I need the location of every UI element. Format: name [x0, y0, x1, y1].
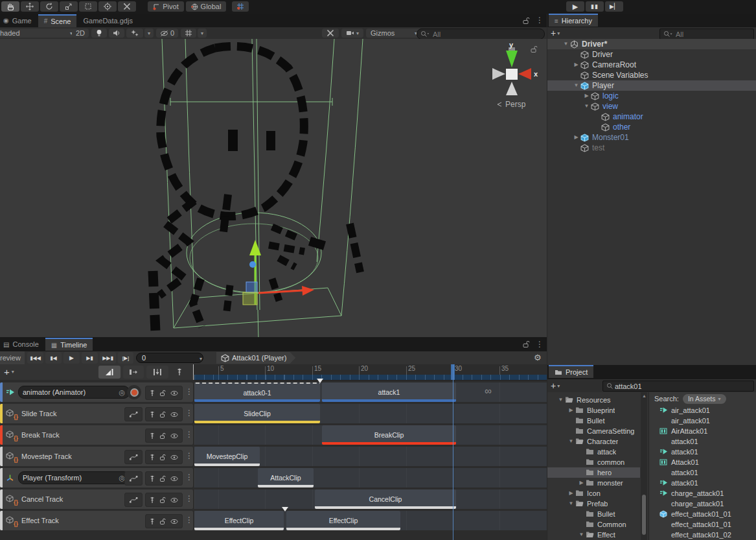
go-to-end-button[interactable]: ▶▶▮ [100, 352, 116, 364]
track-menu-icon[interactable]: ⋮ [185, 387, 193, 396]
project-search-box[interactable] [602, 381, 754, 392]
tab-project[interactable]: Project [549, 365, 593, 378]
panel-menu-icon[interactable]: ⋮ [536, 16, 544, 25]
next-frame-button[interactable]: ▶▮ [82, 352, 98, 364]
hierarchy-item[interactable]: animator [547, 112, 756, 122]
expand-right-icon[interactable]: ▶ [574, 62, 578, 67]
track-menu-icon[interactable]: ⋮ [185, 430, 193, 439]
pin-icon[interactable] [150, 454, 155, 461]
object-picker-icon[interactable]: ◎ [119, 388, 125, 397]
play-range-button[interactable]: [▶] [118, 352, 133, 364]
add-track-button[interactable]: +▾ [4, 366, 14, 377]
search-result-item[interactable]: charge_attack01 [659, 488, 756, 499]
project-tree-item[interactable]: ▼ Character [547, 436, 640, 447]
search-result-item[interactable]: effect_attack01_02 [659, 530, 756, 540]
lighting-toggle-button[interactable] [91, 29, 107, 38]
track-header[interactable]: {} Effect Track ⋮ [0, 511, 193, 530]
frame-field[interactable] [136, 353, 203, 363]
track-header[interactable]: {} Break Track ⋮ [0, 425, 193, 445]
eye-icon[interactable] [170, 454, 178, 460]
effects-dropdown[interactable]: ▾ [144, 29, 154, 38]
scale-tool-button[interactable] [60, 1, 78, 12]
eye-icon[interactable] [170, 390, 178, 396]
record-button[interactable] [127, 385, 141, 399]
hierarchy-item[interactable]: ▼ Player [547, 80, 756, 91]
step-button[interactable]: ▶▏ [605, 1, 623, 12]
project-tree-item[interactable]: ▼ Resources [547, 395, 640, 405]
curves-toggle-button[interactable] [124, 407, 143, 421]
expand-down-icon[interactable]: ▼ [558, 397, 564, 403]
rotate-tool-button[interactable] [40, 1, 58, 12]
hierarchy-search-box[interactable] [659, 29, 754, 40]
play-button[interactable]: ▶ [566, 1, 584, 12]
markers-toggle-button[interactable] [172, 366, 187, 379]
search-result-item[interactable]: attack01 [659, 447, 756, 457]
project-tree-item[interactable]: ▼ Effect [547, 530, 640, 540]
shading-mode-dropdown[interactable]: haded▾ [0, 29, 76, 38]
hierarchy-search-input[interactable] [660, 30, 753, 38]
project-tree-item[interactable]: ▶ Blueprint [547, 405, 640, 416]
search-result-item[interactable]: AirAttack01 [659, 426, 756, 436]
2d-toggle-button[interactable]: 2D [72, 29, 89, 38]
tab-gamedata[interactable]: GameData.gdjs [77, 14, 138, 27]
eye-icon[interactable] [170, 497, 178, 503]
projection-mode-label[interactable]: Persp [496, 100, 525, 109]
hand-tool-button[interactable] [1, 1, 19, 12]
track-splitter[interactable] [193, 364, 194, 380]
replace-mode-button[interactable] [146, 366, 168, 379]
project-tree-item[interactable]: ▼ Prefab [547, 499, 640, 509]
timeline-clip[interactable]: EffectClip [286, 511, 400, 530]
expand-down-icon[interactable]: ▼ [574, 82, 579, 88]
lock-icon[interactable] [522, 17, 530, 25]
eye-icon[interactable] [170, 476, 178, 482]
panel-menu-icon[interactable]: ⋮ [536, 340, 544, 349]
track-header[interactable]: animator (Animator) ◎ ⋮ [0, 382, 193, 402]
tab-hierarchy[interactable]: ≡ Hierarchy [549, 14, 598, 27]
tab-scene[interactable]: # Scene [38, 14, 77, 27]
custom-tool-button[interactable] [118, 1, 136, 12]
timeline-play-button[interactable]: ▶ [63, 352, 80, 364]
hierarchy-item[interactable]: test [547, 143, 756, 153]
track-lane[interactable] [194, 468, 547, 487]
search-result-item[interactable]: effect_attack01_01 [659, 519, 756, 530]
expand-right-icon[interactable]: ▶ [584, 93, 588, 99]
tab-timeline[interactable]: ▦ Timeline [45, 338, 93, 351]
lock-icon[interactable] [159, 454, 166, 461]
expand-right-icon[interactable]: ▶ [579, 480, 583, 486]
search-result-item[interactable]: Attack01 [659, 457, 756, 467]
previous-frame-button[interactable]: ▮◀ [45, 352, 62, 364]
grid-snap-button[interactable] [232, 1, 249, 12]
playhead-line[interactable] [453, 364, 453, 540]
scene-search-input[interactable] [417, 30, 544, 38]
timeline-clip-area[interactable]: 5101520253035 attack0-1 attack1 SlideCli… [194, 364, 547, 540]
curves-toggle-button[interactable] [124, 493, 143, 507]
timeline-clip[interactable]: attack1 [322, 382, 456, 402]
gizmo-lock-icon[interactable] [530, 45, 538, 53]
search-result-item[interactable]: attack01 [659, 467, 756, 478]
hierarchy-item[interactable]: Driver [547, 49, 756, 60]
project-tree-item[interactable]: common [547, 457, 640, 467]
track-menu-icon[interactable]: ⋮ [185, 515, 193, 524]
eye-icon[interactable] [170, 519, 178, 524]
track-header[interactable]: {} Cancel Track ⋮ [0, 489, 193, 509]
timeline-clip[interactable]: EffectClip [194, 511, 284, 530]
timeline-clip[interactable]: AttackClip [258, 468, 314, 487]
timeline-breadcrumb[interactable]: Attack01 (Player) [216, 352, 295, 364]
clip-edge-marker[interactable] [282, 507, 288, 511]
lock-icon[interactable] [159, 432, 166, 440]
track-menu-icon[interactable]: ⋮ [185, 408, 193, 417]
rect-tool-button[interactable] [79, 1, 97, 12]
hierarchy-item[interactable]: ▶ logic [547, 91, 756, 101]
ripple-mode-button[interactable] [123, 366, 144, 379]
search-scope-pill[interactable]: In Assets▾ [683, 394, 726, 404]
lock-icon[interactable] [159, 518, 166, 525]
search-result-item[interactable]: effect_attack01_01 [659, 509, 756, 519]
hierarchy-item[interactable]: ▼ view [547, 101, 756, 112]
pin-icon[interactable] [150, 518, 155, 525]
expand-right-icon[interactable]: ▶ [569, 490, 573, 496]
audio-toggle-button[interactable] [109, 29, 124, 38]
timeline-clip[interactable]: SlideClip [194, 404, 320, 423]
orientation-gizmo[interactable] [492, 47, 531, 95]
grid-visibility-button[interactable] [181, 29, 196, 38]
scene-viewport[interactable]: y x Persp [0, 39, 547, 337]
